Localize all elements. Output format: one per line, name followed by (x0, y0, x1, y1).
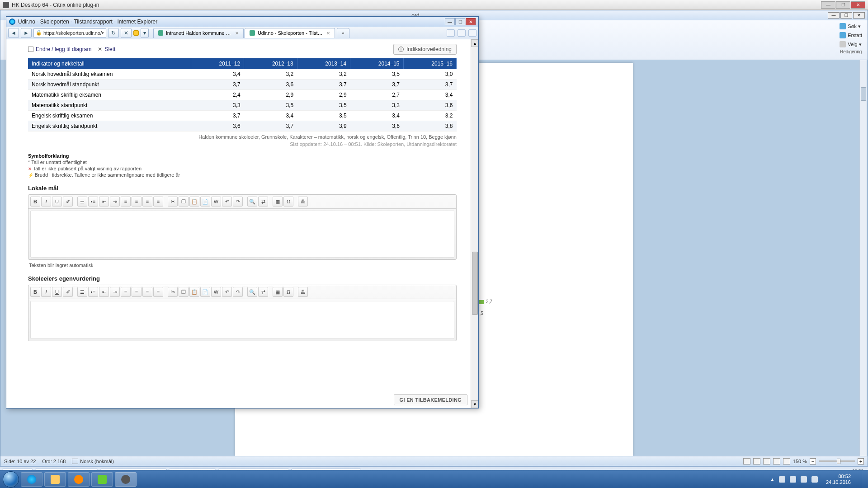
word-scrollbar[interactable] (859, 60, 867, 456)
align-center-button-2[interactable]: ≡ (132, 287, 142, 297)
show-desktop-button[interactable] (861, 470, 865, 488)
unordered-list-button[interactable]: •≡ (88, 197, 98, 206)
citrix-close[interactable]: ✕ (851, 1, 865, 9)
cut-button[interactable]: ✂ (168, 197, 178, 206)
new-tab-button[interactable]: ▫ (337, 28, 349, 38)
replace-button-ed-2[interactable]: ⇄ (258, 287, 268, 297)
editor-textarea-1[interactable] (30, 211, 454, 258)
redo-button[interactable]: ↷ (233, 197, 243, 206)
taskbar-ie[interactable] (21, 472, 42, 487)
ie-scroll-thumb[interactable] (472, 252, 478, 315)
view-read-icon[interactable] (753, 458, 760, 465)
tools-icon[interactable] (468, 29, 476, 37)
print-button-2[interactable]: 🖶 (298, 287, 308, 297)
align-left-button-2[interactable]: ≡ (121, 287, 131, 297)
cut-button-2[interactable]: ✂ (168, 287, 178, 297)
back-button[interactable]: ◄ (8, 28, 19, 38)
italic-button[interactable]: I (41, 197, 51, 206)
indent-button-2[interactable]: ⇥ (110, 287, 120, 297)
ie-close[interactable]: ✕ (466, 18, 476, 25)
align-left-button[interactable]: ≡ (121, 197, 131, 206)
view-outline-icon[interactable] (773, 458, 780, 465)
home-icon[interactable] (447, 29, 455, 37)
host-tray-expand-icon[interactable]: ▲ (770, 477, 774, 482)
symbol-button[interactable]: Ω (283, 197, 293, 206)
zoom-slider-thumb[interactable] (837, 459, 840, 464)
favorites-icon[interactable] (458, 29, 466, 37)
ie-scrollbar[interactable]: ▲ ▼ (471, 39, 478, 408)
delete-link[interactable]: ✕Slett (98, 46, 115, 52)
paste-button[interactable]: 📋 (189, 197, 199, 206)
scroll-up-button[interactable]: ▲ (471, 39, 478, 47)
view-draft-icon[interactable] (783, 458, 790, 465)
ordered-list-button-2[interactable]: ☰ (77, 287, 87, 297)
editor-textarea-2[interactable] (30, 301, 454, 339)
status-page[interactable]: Side: 10 av 22 (4, 459, 36, 464)
paste-text-button-2[interactable]: 📄 (200, 287, 210, 297)
word-restore[interactable]: ❐ (840, 12, 852, 19)
host-tray-icon-3[interactable] (801, 476, 807, 483)
underline-button[interactable]: U (52, 197, 62, 206)
indicator-guide-button[interactable]: iIndikatorveiledning (393, 44, 457, 55)
symbol-button-2[interactable]: Ω (283, 287, 293, 297)
paste-text-button[interactable]: 📄 (200, 197, 210, 206)
outdent-button[interactable]: ⇤ (99, 197, 109, 206)
tab-close-icon[interactable]: ✕ (235, 31, 239, 36)
ordered-list-button[interactable]: ☰ (77, 197, 87, 206)
paste-button-2[interactable]: 📋 (189, 287, 199, 297)
status-language[interactable]: Norsk (bokmål) (72, 459, 114, 464)
copy-button-2[interactable]: ❐ (179, 287, 189, 297)
indent-button[interactable]: ⇥ (110, 197, 120, 206)
align-center-button[interactable]: ≡ (132, 197, 142, 206)
zoom-in-button[interactable]: + (858, 458, 864, 465)
taskbar-citrix[interactable] (115, 472, 137, 487)
redo-button-2[interactable]: ↷ (233, 287, 243, 297)
feedback-button[interactable]: GI EN TILBAKEMELDING (394, 394, 467, 405)
find-button-ed-2[interactable]: 🔍 (247, 287, 257, 297)
tab-close-icon[interactable]: ✕ (326, 31, 330, 36)
unordered-list-button-2[interactable]: •≡ (88, 287, 98, 297)
edit-chart-link[interactable]: Endre / legg til diagram (28, 46, 91, 52)
zoom-slider[interactable] (819, 460, 855, 462)
taskbar-media[interactable] (68, 472, 90, 487)
status-words[interactable]: Ord: 2 168 (42, 459, 66, 464)
zoom-level[interactable]: 150 % (793, 459, 807, 464)
word-minimize[interactable]: — (828, 12, 840, 19)
stop-button[interactable]: ✕ (121, 28, 132, 38)
word-close[interactable]: ✕ (853, 12, 865, 19)
clear-format-button[interactable]: ✐ (63, 197, 73, 206)
scroll-down-button[interactable]: ▼ (471, 400, 478, 408)
align-right-button-2[interactable]: ≡ (142, 287, 152, 297)
align-justify-button-2[interactable]: ≡ (153, 287, 163, 297)
print-button[interactable]: 🖶 (298, 197, 308, 206)
copy-button[interactable]: ❐ (179, 197, 189, 206)
citrix-minimize[interactable]: — (821, 1, 835, 9)
browser-tab[interactable]: Udir.no - Skoleporten - Tilsta...✕ (245, 28, 335, 38)
browser-tab[interactable]: Intranett Halden kommune - Sta...✕ (153, 28, 244, 38)
find-button-ed[interactable]: 🔍 (247, 197, 257, 206)
undo-button-2[interactable]: ↶ (222, 287, 232, 297)
bold-button-2[interactable]: B (30, 287, 40, 297)
zoom-out-button[interactable]: − (810, 458, 816, 465)
replace-button-ed[interactable]: ⇄ (258, 197, 268, 206)
address-dropdown-icon[interactable]: ▾ (102, 31, 104, 35)
ie-minimize[interactable]: — (445, 18, 455, 25)
scrollbar-thumb[interactable] (861, 87, 866, 101)
host-tray-icon-1[interactable] (779, 476, 785, 483)
align-right-button[interactable]: ≡ (142, 197, 152, 206)
bold-button[interactable]: B (30, 197, 40, 206)
undo-button[interactable]: ↶ (222, 197, 232, 206)
security-icon[interactable] (133, 30, 139, 36)
paste-word-button-2[interactable]: W (211, 287, 221, 297)
view-print-icon[interactable] (743, 458, 750, 465)
taskbar-explorer[interactable] (44, 472, 66, 487)
paste-word-button[interactable]: W (211, 197, 221, 206)
host-clock[interactable]: 08:52 24.10.2016 (822, 474, 854, 485)
select-button[interactable]: Velg ▾ (838, 40, 864, 48)
underline-button-2[interactable]: U (52, 287, 62, 297)
align-justify-button[interactable]: ≡ (153, 197, 163, 206)
host-tray-icon-2[interactable] (790, 476, 796, 483)
host-tray-icon-4[interactable] (811, 476, 818, 483)
table-button[interactable]: ▦ (273, 197, 283, 206)
compat-button[interactable]: ▾ (141, 28, 149, 38)
